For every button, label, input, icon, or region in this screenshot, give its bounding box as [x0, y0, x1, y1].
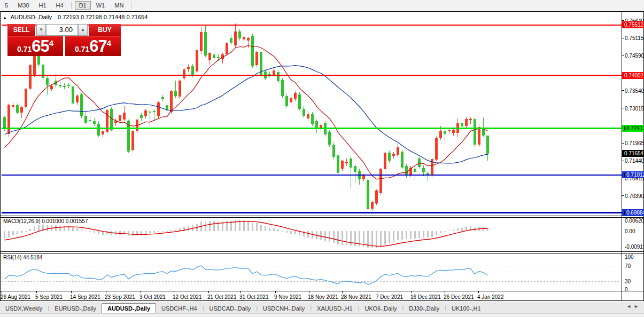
- candle-bear: [285, 96, 288, 106]
- buy-button[interactable]: BUY: [89, 24, 121, 36]
- candle-bear: [42, 65, 44, 78]
- tab-audusd-daily[interactable]: AUDUSD-,Daily: [102, 303, 156, 313]
- toolbar-separator: [71, 2, 72, 9]
- tab-uk100-h1[interactable]: UK100-,H1: [446, 304, 486, 313]
- macd-bar: [46, 225, 49, 231]
- rsi-scale-label: 30: [625, 279, 631, 284]
- tab-usdcad-daily[interactable]: USDCAD-,Daily: [204, 304, 257, 313]
- tab-usdx-weekly[interactable]: USDX,Weekly: [0, 304, 48, 313]
- buy-price-sup: 4: [107, 38, 111, 47]
- timeframe-h4[interactable]: H4: [52, 1, 68, 10]
- macd-bar: [397, 231, 399, 240]
- timeframe-m5[interactable]: 5: [1, 1, 12, 10]
- macd-pane-separator-top[interactable]: [0, 216, 644, 216]
- tab-xauusd-h1[interactable]: XAUUSD-,H1: [312, 304, 358, 313]
- tab-scroll-right-icon[interactable]: ►: [634, 304, 641, 309]
- timeframe-h1[interactable]: H1: [35, 1, 51, 10]
- candle-bull: [102, 131, 104, 135]
- macd-bar: [414, 231, 416, 239]
- tab-dj30-daily[interactable]: DJ30-,Daily: [404, 304, 445, 313]
- candle-bull: [448, 130, 451, 131]
- date-label: 21 Oct 2021: [207, 294, 236, 300]
- timeframe-mn[interactable]: MN: [110, 1, 128, 10]
- macd-scale-label: -0.00919: [625, 244, 644, 250]
- date-tick-mark: [445, 291, 445, 293]
- line-endpoint-marker: [624, 126, 625, 130]
- timeframe-w1[interactable]: W1: [92, 1, 110, 10]
- candle-bear: [37, 56, 40, 65]
- sell-price-big: 65: [32, 37, 49, 55]
- date-label: 5 Sep 2021: [35, 294, 63, 300]
- price-tick-mark: [622, 90, 624, 91]
- one-click-trading-panel: SELL ▼ 3.00 ▲ BUY 0.71 65 4 0.71 67 4: [7, 24, 121, 56]
- price-tick-label: 0.74590: [625, 53, 644, 59]
- rsi-pane-separator-top[interactable]: [0, 251, 644, 252]
- candle-bull: [478, 127, 480, 145]
- macd-bar: [38, 225, 40, 231]
- macd-bar: [81, 229, 83, 231]
- tab-usdcnh-daily[interactable]: USDCNH-,Daily: [258, 304, 310, 313]
- candle-bear: [191, 66, 194, 75]
- macd-bar: [444, 231, 446, 232]
- volume-input[interactable]: 3.00: [46, 24, 78, 36]
- tab-scroll-left-icon[interactable]: ◄: [626, 304, 634, 309]
- rsi-line: [5, 266, 488, 285]
- candle-bear: [332, 145, 335, 157]
- date-label: 23 Sep 2021: [105, 294, 135, 300]
- date-label: 12 Oct 2021: [173, 294, 201, 300]
- candle-bear: [140, 115, 143, 118]
- symbol-name: AUDUSD-,Daily: [10, 14, 52, 20]
- timeframe-d1[interactable]: D1: [75, 1, 91, 10]
- candle-bull: [452, 130, 455, 133]
- candle-bull: [157, 102, 160, 116]
- price-tick-mark: [622, 161, 624, 161]
- macd-bar: [252, 223, 254, 231]
- macd-bar: [8, 231, 10, 237]
- candle-bear: [350, 158, 352, 167]
- candle-bull: [131, 131, 134, 150]
- macd-bar: [376, 231, 378, 248]
- candle-bear: [89, 120, 91, 121]
- macd-bar: [384, 231, 386, 244]
- tab-scroll-arrows[interactable]: ◄►: [626, 304, 641, 309]
- macd-bar: [418, 231, 421, 238]
- macd-bar: [175, 229, 177, 231]
- sell-price-display[interactable]: 0.71 65 4: [7, 36, 63, 56]
- macd-bar: [483, 227, 485, 231]
- candle-bear: [97, 124, 100, 136]
- date-tick-mark: [36, 291, 37, 293]
- macd-histogram: [4, 220, 489, 248]
- tab-eurusd-daily[interactable]: EURUSD-,Daily: [49, 304, 102, 313]
- spin-up-icon: ▲: [81, 27, 85, 32]
- collapse-arrow-icon[interactable]: ▲: [3, 15, 7, 20]
- candle-bear: [302, 109, 305, 116]
- tab-ukoil-daily[interactable]: UKOil-,Daily: [360, 304, 402, 313]
- sell-button[interactable]: SELL: [7, 24, 35, 36]
- candle-bear: [414, 169, 416, 172]
- candle-bull: [196, 50, 198, 71]
- date-tick-mark: [412, 291, 412, 293]
- candle-bear: [174, 91, 177, 96]
- candle-bear: [337, 155, 339, 173]
- volume-increase-button[interactable]: ▲: [78, 24, 88, 36]
- candle-bull: [208, 53, 211, 60]
- macd-bar: [213, 221, 215, 231]
- price-tick-label: 0.73015: [625, 105, 644, 111]
- timeframe-m30[interactable]: M30: [13, 1, 33, 10]
- macd-pane[interactable]: [1, 218, 622, 251]
- macd-bar: [337, 231, 339, 244]
- rsi-scale-label: 70: [625, 263, 631, 269]
- rsi-pane[interactable]: [1, 253, 622, 291]
- macd-bar: [12, 231, 14, 235]
- date-label: 16 Dec 2021: [410, 294, 441, 300]
- macd-bar: [457, 228, 459, 231]
- macd-bar: [247, 221, 250, 231]
- candle-bear: [80, 94, 83, 116]
- candle-bear: [217, 57, 220, 58]
- tab-usdchf-h4[interactable]: USDCHF-,H4: [156, 304, 203, 313]
- volume-decrease-button[interactable]: ▼: [36, 24, 46, 36]
- buy-price-display[interactable]: 0.71 67 4: [65, 36, 121, 56]
- macd-bar: [85, 231, 87, 231]
- candle-bear: [16, 105, 19, 113]
- candle-bear: [153, 111, 156, 112]
